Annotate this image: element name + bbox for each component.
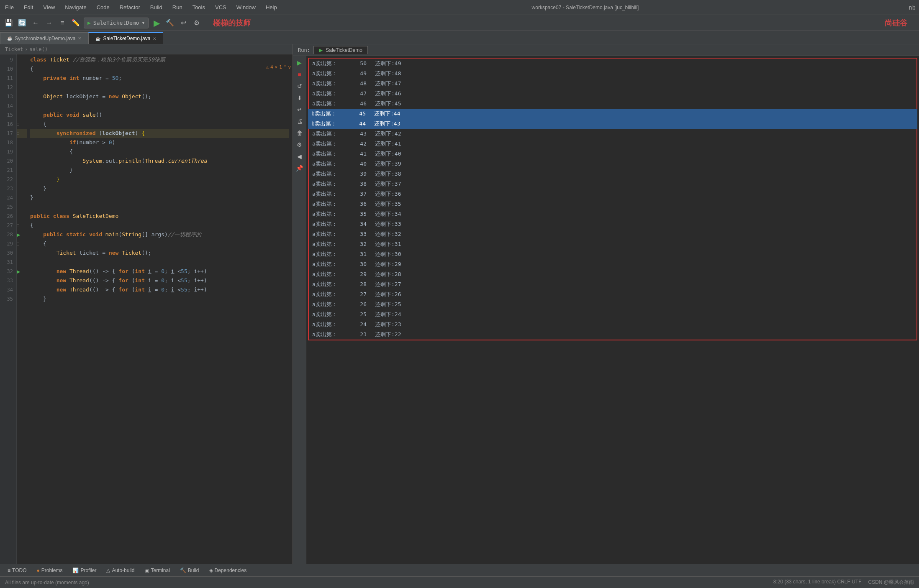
tab-close-2[interactable]: ✕ — [153, 36, 156, 41]
sync-button[interactable]: 🔄 — [17, 18, 28, 28]
seller-24: a卖出第： — [312, 300, 350, 309]
menu-item-tools[interactable]: Tools — [191, 3, 207, 11]
output-line-8: a卖出第： 42 还剩下:41 — [309, 139, 916, 149]
clear-button[interactable]: 🗑 — [295, 128, 305, 138]
menu-item-file[interactable]: File — [3, 3, 15, 11]
line-numbers: 9 10 11 12 13 14 15 16 17 18 19 20 21 22… — [0, 54, 17, 564]
menu-item-code[interactable]: Code — [95, 3, 111, 11]
output-line-21: a卖出第： 29 还剩下:28 — [309, 269, 916, 279]
nav-down-icon[interactable]: v — [288, 64, 291, 70]
nb-label: nb — [909, 4, 916, 11]
num-9: 41 — [350, 149, 367, 159]
num-3: 47 — [350, 89, 367, 98]
warning-icon: ⚠ — [266, 64, 269, 70]
menu-item-window[interactable]: Window — [235, 3, 257, 11]
num-21: 29 — [350, 270, 367, 279]
menu-item-run[interactable]: Run — [171, 3, 184, 11]
java-icon-1: ☕ — [7, 36, 12, 41]
todo-icon: ≡ — [8, 568, 10, 573]
build-button[interactable]: 🔨 — [164, 18, 175, 28]
bottom-tab-autobuild[interactable]: △ Auto-build — [102, 565, 139, 576]
num-12: 38 — [350, 179, 367, 189]
output-line-24: a卖出第： 26 还剩下:25 — [309, 299, 916, 309]
tab-close-1[interactable]: ✕ — [78, 36, 81, 41]
code-lines[interactable]: class Ticket //资源类，模拟3个售票员买完50张票 { priva… — [27, 54, 293, 564]
seller-12: a卖出第： — [312, 179, 350, 189]
print-button[interactable]: 🖨 — [295, 116, 305, 126]
bottom-tab-dependencies[interactable]: ◈ Dependencies — [205, 565, 251, 576]
rerun-button[interactable]: ↺ — [295, 81, 305, 91]
scroll-end-button[interactable]: ⬇ — [295, 93, 305, 103]
menu-item-edit[interactable]: Edit — [22, 3, 35, 11]
reload-button[interactable]: ↩ — [178, 18, 189, 28]
run-button[interactable]: ▶ — [151, 18, 162, 28]
remain-0: 还剩下:49 — [375, 59, 417, 68]
tab-synchronized[interactable]: ☕ SynchronizedUpDemo.java ✕ — [0, 32, 88, 44]
bottom-tab-terminal[interactable]: ▣ Terminal — [140, 565, 174, 576]
menu-item-help[interactable]: Help — [264, 3, 279, 11]
autobuild-label: Auto-build — [112, 568, 134, 573]
seller-16: a卖出第： — [312, 220, 350, 229]
problems-label: Problems — [41, 568, 63, 573]
code-line-9: class Ticket //资源类，模拟3个售票员买完50张票 — [30, 55, 289, 64]
remain-4: 还剩下:45 — [375, 99, 417, 108]
run-content: ▶ ■ ↺ ⬇ ↵ 🖨 🗑 ⚙ ◀ 📌 a卖出第： 50 — [293, 56, 919, 564]
menu-item-navigate[interactable]: Navigate — [63, 3, 88, 11]
profiler-label: Profiler — [80, 568, 96, 573]
profile-button[interactable]: ⚙ — [191, 18, 202, 28]
run-config-dropdown[interactable]: ▶ SaleTicketDemo ▾ — [84, 18, 149, 28]
forward-button[interactable]: → — [44, 18, 54, 28]
num-5: 45 — [349, 109, 366, 118]
seller-20: a卖出第： — [312, 260, 350, 269]
num-13: 37 — [350, 189, 367, 199]
tab-saleticket[interactable]: ☕ SaleTicketDemo.java ✕ — [88, 32, 163, 44]
breadcrumb-class: Ticket — [5, 46, 23, 52]
output-area[interactable]: a卖出第： 50 还剩下:49 a卖出第： 49 还剩下:48 a卖出第： 48 — [306, 56, 919, 564]
structure-button[interactable]: ≡ — [57, 18, 68, 28]
remain-3: 还剩下:46 — [375, 89, 417, 98]
menu-item-build[interactable]: Build — [149, 3, 164, 11]
run-tab-saleticket[interactable]: ▶ SaleTicketDemo — [313, 46, 368, 54]
collapse-button[interactable]: ◀ — [295, 151, 305, 161]
action-button[interactable]: ✏️ — [70, 18, 81, 28]
seller-2: a卖出第： — [312, 79, 350, 88]
code-line-19: { — [30, 147, 289, 156]
seller-14: a卖出第： — [312, 199, 350, 209]
pin-button[interactable]: 📌 — [295, 163, 305, 173]
run-tab-label: SaleTicketDemo — [326, 47, 362, 53]
seller-23: a卖出第： — [312, 290, 350, 299]
remain-19: 还剩下:30 — [375, 250, 417, 259]
nav-up-icon[interactable]: ^ — [284, 64, 287, 70]
output-line-17: a卖出第： 33 还剩下:32 — [309, 229, 916, 239]
save-button[interactable]: 💾 — [3, 18, 14, 28]
output-line-22: a卖出第： 28 还剩下:27 — [309, 279, 916, 289]
cursor-position: 8:20 (33 chars, 1 line break) CRLF UTF — [773, 579, 862, 586]
menu-item-vcs[interactable]: VCS — [213, 3, 228, 11]
seller-21: a卖出第： — [312, 270, 350, 279]
stop-button[interactable]: ■ — [295, 69, 305, 79]
output-line-5: b卖出第： 45 还剩下:44 — [308, 109, 917, 119]
settings-icon[interactable]: ⚙ — [295, 140, 305, 150]
remain-20: 还剩下:29 — [375, 260, 417, 269]
num-8: 42 — [350, 139, 367, 148]
terminal-label: Terminal — [151, 568, 169, 573]
output-line-13: a卖出第： 37 还剩下:36 — [309, 189, 916, 199]
remain-2: 还剩下:47 — [375, 79, 417, 88]
bottom-tab-problems[interactable]: ● Problems — [32, 565, 67, 576]
bottom-tab-todo[interactable]: ≡ TODO — [3, 565, 31, 576]
num-23: 27 — [350, 290, 367, 299]
tab-label-1: SynchronizedUpDemo.java — [15, 36, 75, 41]
play-button[interactable]: ▶ — [295, 58, 305, 68]
code-line-25 — [30, 202, 289, 212]
bottom-tab-profiler[interactable]: 📊 Profiler — [68, 565, 100, 576]
code-line-30: Ticket ticket = new Ticket(); — [30, 248, 289, 258]
remain-16: 还剩下:33 — [375, 220, 417, 229]
back-button[interactable]: ← — [30, 18, 41, 28]
menu-item-view[interactable]: View — [41, 3, 56, 11]
menu-item-refactor[interactable]: Refactor — [118, 3, 142, 11]
num-10: 40 — [350, 159, 367, 169]
status-bar: All files are up-to-date (moments ago) 8… — [0, 576, 919, 588]
soft-wrap-button[interactable]: ↵ — [295, 105, 305, 115]
seller-26: a卖出第： — [312, 320, 350, 329]
bottom-tab-build[interactable]: 🔨 Build — [176, 565, 203, 576]
